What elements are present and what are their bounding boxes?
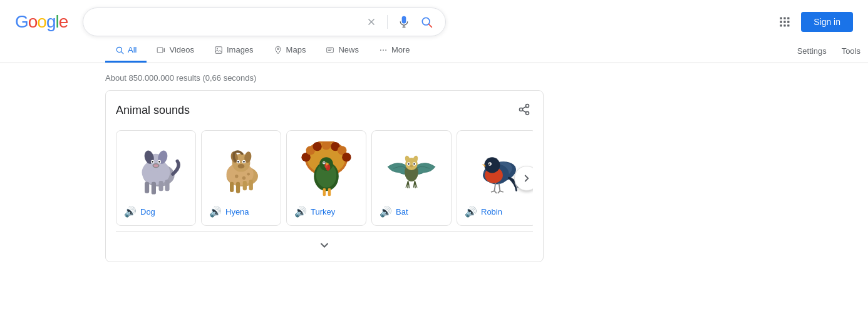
svg-rect-47 bbox=[165, 180, 169, 191]
svg-point-43 bbox=[153, 164, 158, 167]
sign-in-button[interactable]: Sign in bbox=[801, 12, 853, 32]
svg-rect-12 bbox=[780, 24, 782, 26]
svg-line-104 bbox=[491, 191, 494, 192]
animal-card-turkey[interactable]: 🔊 Turkey bbox=[286, 130, 366, 226]
animal-card-hyena[interactable]: 🔊 Hyena bbox=[201, 130, 281, 226]
svg-point-56 bbox=[243, 161, 245, 163]
share-button[interactable] bbox=[515, 101, 533, 120]
logo-letter-g2: g bbox=[46, 12, 56, 31]
header-right: Sign in bbox=[773, 11, 853, 33]
microphone-icon bbox=[398, 16, 410, 28]
search-input[interactable]: What sound does a dog make bbox=[93, 16, 358, 28]
tools-button[interactable]: Tools bbox=[834, 40, 868, 62]
svg-point-57 bbox=[238, 164, 245, 168]
svg-rect-45 bbox=[152, 182, 156, 195]
sound-icon-turkey: 🔊 bbox=[294, 206, 307, 218]
svg-line-102 bbox=[494, 183, 495, 191]
svg-line-32 bbox=[522, 106, 526, 108]
news-tab-icon bbox=[326, 46, 334, 54]
logo-letter-o2: o bbox=[37, 12, 46, 31]
svg-line-107 bbox=[500, 191, 503, 192]
animal-name-row-bat: 🔊 Bat bbox=[380, 206, 443, 218]
image-tab-icon bbox=[214, 46, 223, 54]
more-tab-icon bbox=[379, 46, 388, 54]
bat-illustration bbox=[383, 141, 440, 198]
tab-images-label: Images bbox=[227, 45, 254, 54]
close-icon bbox=[366, 16, 377, 28]
svg-point-21 bbox=[277, 48, 279, 49]
svg-line-16 bbox=[121, 51, 123, 53]
card-expand-footer[interactable] bbox=[116, 231, 533, 252]
animal-name-row-turkey: 🔊 Turkey bbox=[294, 206, 358, 218]
animal-image-hyena bbox=[209, 138, 273, 201]
results-count: About 850.000.000 results (0,66 seconds) bbox=[105, 68, 868, 90]
settings-label: Settings bbox=[797, 46, 827, 56]
svg-rect-64 bbox=[249, 180, 253, 190]
clear-search-button[interactable] bbox=[363, 14, 380, 30]
hyena-illustration bbox=[213, 141, 269, 198]
turkey-illustration bbox=[298, 141, 354, 198]
tab-all[interactable]: All bbox=[105, 39, 147, 63]
animal-name-row-robin: 🔊 Robin bbox=[465, 206, 529, 218]
svg-point-90 bbox=[408, 163, 410, 165]
svg-rect-62 bbox=[236, 182, 240, 193]
svg-point-92 bbox=[410, 165, 413, 168]
chevron-right-icon bbox=[521, 173, 532, 184]
svg-rect-46 bbox=[159, 181, 163, 191]
svg-point-73 bbox=[342, 153, 351, 161]
animal-image-turkey bbox=[294, 138, 358, 201]
apps-button[interactable] bbox=[773, 11, 796, 33]
animal-name-dog: Dog bbox=[140, 207, 155, 217]
search-nav: All Videos Images Maps News bbox=[0, 39, 868, 63]
svg-point-29 bbox=[520, 108, 523, 111]
animal-card-bat[interactable]: 🔊 Bat bbox=[371, 130, 452, 226]
tab-news[interactable]: News bbox=[316, 39, 369, 63]
animal-name-row-hyena: 🔊 Hyena bbox=[209, 206, 273, 218]
svg-line-106 bbox=[498, 191, 500, 193]
svg-rect-8 bbox=[787, 18, 789, 19]
svg-rect-14 bbox=[787, 24, 789, 26]
search-tab-icon bbox=[115, 46, 124, 54]
tab-maps-label: Maps bbox=[286, 45, 306, 54]
svg-rect-44 bbox=[145, 182, 149, 193]
sound-icon-bat: 🔊 bbox=[380, 206, 392, 218]
svg-line-5 bbox=[429, 24, 432, 28]
svg-point-97 bbox=[484, 157, 500, 173]
results-area: About 850.000.000 results (0,66 seconds)… bbox=[0, 63, 868, 262]
logo-letter-e: e bbox=[59, 12, 68, 31]
animal-image-bat bbox=[380, 138, 443, 201]
map-tab-icon bbox=[274, 46, 282, 54]
tab-more[interactable]: More bbox=[369, 39, 420, 63]
animal-name-robin: Robin bbox=[481, 207, 502, 217]
card-header: Animal sounds bbox=[116, 101, 533, 120]
apps-grid-icon bbox=[778, 16, 791, 28]
search-bar: What sound does a dog make bbox=[83, 8, 446, 36]
tab-maps[interactable]: Maps bbox=[264, 39, 316, 63]
search-divider bbox=[387, 15, 388, 29]
svg-rect-19 bbox=[215, 46, 222, 53]
svg-rect-22 bbox=[327, 47, 334, 52]
animal-sounds-card: Animal sounds bbox=[105, 90, 544, 262]
animal-name-row-dog: 🔊 Dog bbox=[124, 206, 188, 218]
svg-point-20 bbox=[217, 48, 218, 49]
animals-scroll: 🔊 Dog bbox=[116, 130, 533, 226]
svg-rect-13 bbox=[784, 24, 786, 26]
svg-point-60 bbox=[247, 173, 250, 176]
svg-point-41 bbox=[158, 161, 160, 163]
animal-card-dog[interactable]: 🔊 Dog bbox=[116, 130, 196, 226]
tab-more-label: More bbox=[391, 45, 410, 54]
svg-point-81 bbox=[323, 162, 324, 163]
settings-button[interactable]: Settings bbox=[790, 40, 834, 62]
svg-rect-61 bbox=[230, 182, 234, 192]
tab-videos[interactable]: Videos bbox=[147, 39, 204, 63]
visual-search-button[interactable] bbox=[418, 13, 435, 31]
logo-letter-o1: o bbox=[28, 12, 38, 31]
svg-point-55 bbox=[237, 161, 239, 163]
logo[interactable]: Google bbox=[15, 12, 68, 32]
svg-line-103 bbox=[499, 183, 500, 191]
sound-icon-robin: 🔊 bbox=[465, 206, 477, 218]
voice-search-button[interactable] bbox=[395, 13, 413, 31]
tab-images[interactable]: Images bbox=[204, 39, 264, 63]
svg-point-25 bbox=[380, 49, 381, 51]
svg-marker-18 bbox=[164, 48, 165, 52]
